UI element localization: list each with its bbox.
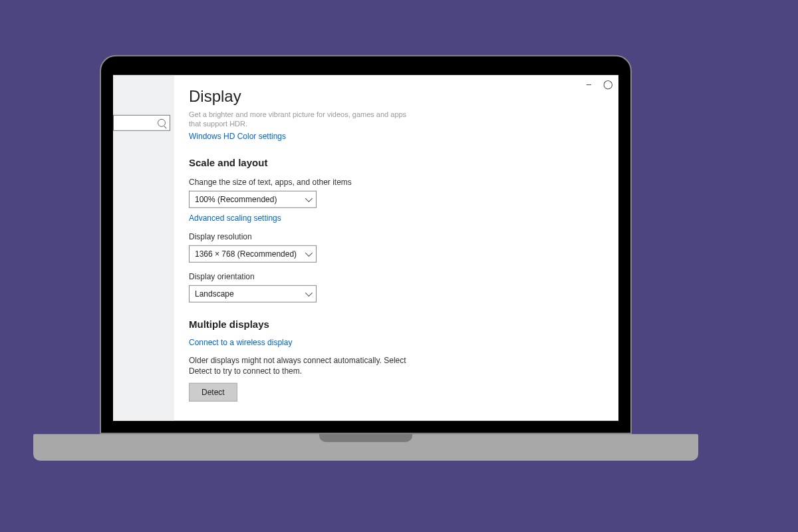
- hdr-description: Get a brighter and more vibrant picture …: [189, 110, 415, 129]
- laptop-base: [33, 434, 698, 461]
- resolution-value: 1366 × 768 (Recommended): [195, 249, 297, 258]
- search-icon: [158, 119, 166, 127]
- laptop-notch: [319, 434, 412, 442]
- hdr-settings-link[interactable]: Windows HD Color settings: [189, 131, 286, 140]
- text-size-label: Change the size of text, apps, and other…: [189, 177, 598, 186]
- detect-button[interactable]: Detect: [189, 383, 237, 402]
- detect-info-text: Older displays might not always connect …: [189, 354, 415, 376]
- resolution-dropdown[interactable]: 1366 × 768 (Recommended): [189, 245, 317, 262]
- chevron-down-icon: [305, 194, 313, 201]
- settings-window: – ◯ Display Get a brighter and more vibr…: [113, 75, 618, 421]
- search-input[interactable]: [113, 115, 170, 131]
- orientation-value: Landscape: [195, 289, 234, 298]
- laptop-frame: – ◯ Display Get a brighter and more vibr…: [100, 55, 698, 461]
- chevron-down-icon: [305, 249, 313, 256]
- chevron-down-icon: [305, 289, 313, 296]
- page-title: Display: [189, 87, 598, 106]
- settings-sidebar: [113, 75, 174, 421]
- orientation-dropdown[interactable]: Landscape: [189, 285, 317, 302]
- wireless-display-link[interactable]: Connect to a wireless display: [189, 337, 292, 346]
- orientation-label: Display orientation: [189, 271, 598, 281]
- text-size-value: 100% (Recommended): [195, 194, 277, 203]
- scale-layout-heading: Scale and layout: [189, 156, 598, 168]
- resolution-label: Display resolution: [189, 231, 598, 241]
- text-size-dropdown[interactable]: 100% (Recommended): [189, 190, 317, 207]
- display-settings-panel: Display Get a brighter and more vibrant …: [174, 75, 618, 421]
- multiple-displays-heading: Multiple displays: [189, 318, 598, 329]
- laptop-screen-bezel: – ◯ Display Get a brighter and more vibr…: [100, 55, 632, 434]
- advanced-scaling-link[interactable]: Advanced scaling settings: [189, 213, 281, 222]
